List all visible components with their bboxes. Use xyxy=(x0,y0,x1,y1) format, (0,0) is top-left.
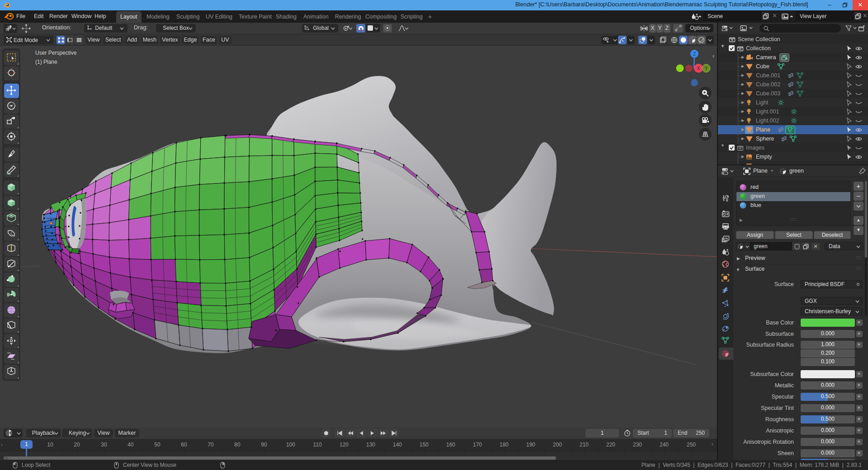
svg-text:Y: Y xyxy=(705,66,708,71)
svg-text:Z: Z xyxy=(693,52,696,56)
svg-text:X: X xyxy=(697,66,700,71)
